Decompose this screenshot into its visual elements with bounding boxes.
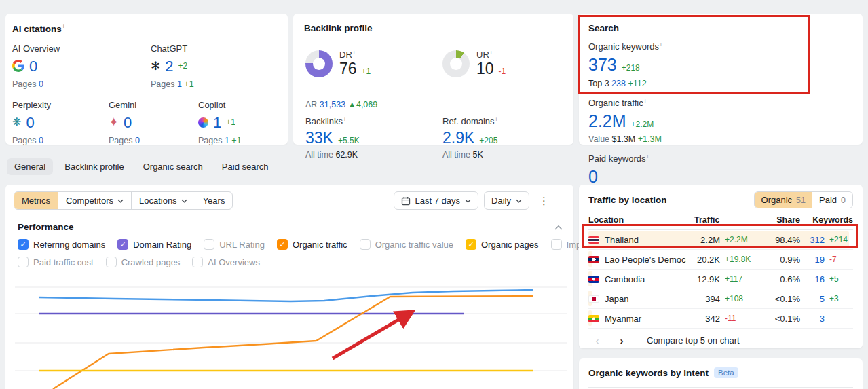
- ai-pages-value[interactable]: 0: [135, 136, 140, 145]
- performance-card: MetricsCompetitors Locations Years Last …: [5, 185, 573, 389]
- lao-people's-democratic-reput-flag-icon: [588, 256, 599, 263]
- metric-checkbox-url-rating[interactable]: URL Rating: [204, 239, 265, 250]
- share-value: <0.1%: [762, 294, 800, 304]
- location-column-header[interactable]: Location: [588, 215, 686, 225]
- keywords-delta: +5: [825, 274, 853, 284]
- ai-citation-item-ai-overview: AI Overview0Pages 0: [12, 43, 151, 89]
- value-label: Value: [588, 134, 609, 144]
- tab-general[interactable]: General: [7, 158, 53, 175]
- granularity-button[interactable]: Daily: [484, 191, 529, 210]
- previous-page-icon[interactable]: ‹: [588, 335, 606, 346]
- keywords-value[interactable]: 19: [800, 255, 825, 265]
- compare-top5-link[interactable]: Compare top 5 on chart: [647, 335, 740, 346]
- ai-citation-value[interactable]: 1: [213, 115, 221, 130]
- performance-line-chart[interactable]: [5, 268, 573, 389]
- search-title: Search: [588, 23, 619, 33]
- ar-value[interactable]: 31,533: [320, 100, 345, 109]
- chart-series-lines: [39, 290, 533, 389]
- backlink-profile-card: Backlink profile DR 76 +1 AR 31,533 ▲4,0…: [293, 14, 573, 145]
- ai-source-label: ChatGPT: [151, 43, 194, 54]
- location-name[interactable]: Myanmar: [605, 314, 641, 324]
- metric-checkbox-organic-traffic-value[interactable]: Organic traffic value: [360, 239, 453, 250]
- checkbox-icon: [106, 257, 117, 267]
- ur-label: UR: [476, 50, 506, 60]
- checkbox-icon: [18, 239, 29, 250]
- organic-keywords-delta: +218: [622, 63, 640, 73]
- traffic-value: 12.9K: [686, 274, 720, 284]
- ai-citation-value[interactable]: 0: [29, 58, 37, 74]
- checkbox-icon: [117, 239, 128, 250]
- metric-checkbox-domain-rating[interactable]: Domain Rating: [117, 239, 191, 250]
- chevron-down-icon: [181, 199, 187, 203]
- location-name[interactable]: Cambodia: [605, 274, 645, 284]
- location-table-body: Thailand2.2M+2.2M98.4%312+214Lao People'…: [588, 230, 853, 329]
- keywords-value[interactable]: 3: [800, 314, 825, 324]
- location-name[interactable]: Thailand: [605, 235, 639, 245]
- keywords-delta: +214: [825, 235, 853, 245]
- table-row-mm[interactable]: Myanmar342-11<0.1%3: [588, 309, 853, 329]
- ai-citations-card: AI citations AI Overview0Pages 0ChatGPT✻…: [5, 14, 288, 145]
- next-page-icon[interactable]: ›: [613, 335, 630, 346]
- share-value: 0.6%: [762, 274, 800, 284]
- top3-value[interactable]: 238: [611, 79, 626, 88]
- table-row-la[interactable]: Lao People's Democratic Reput20.2K+19.8K…: [588, 250, 853, 270]
- japan-flag-icon: [588, 295, 599, 303]
- ai-citations-row-2: Perplexity❋0Pages 0Gemini✦0Pages 0Copilo…: [12, 100, 277, 145]
- table-row-kh[interactable]: Cambodia12.9K+1170.6%16+5: [588, 270, 853, 289]
- location-pagination: ‹ › Compare top 5 on chart: [588, 329, 853, 352]
- location-name[interactable]: Japan: [605, 294, 628, 304]
- tab-organic-search[interactable]: Organic search: [136, 158, 210, 175]
- keywords-value[interactable]: 16: [800, 274, 825, 284]
- metric-checkbox-crawled-pages[interactable]: Crawled pages: [106, 257, 181, 267]
- ai-pages-value[interactable]: 0: [39, 136, 43, 145]
- traffic-delta: -11: [720, 314, 762, 324]
- traffic-by-location-card: Traffic by location Organic51Paid0 Locat…: [579, 185, 863, 348]
- ai-citation-value[interactable]: 0: [124, 115, 132, 130]
- report-tabs: GeneralBacklink profileOrganic searchPai…: [7, 158, 276, 175]
- keywords-delta: [825, 314, 853, 324]
- location-name[interactable]: Lao People's Democratic Reput: [605, 255, 686, 265]
- metric-checkbox-paid-traffic-cost[interactable]: Paid traffic cost: [18, 257, 94, 267]
- metric-checkbox-ai-overviews[interactable]: AI Overviews: [192, 257, 260, 267]
- ai-citation-value[interactable]: 2: [165, 58, 173, 74]
- filter-segment-metrics[interactable]: Metrics: [14, 192, 58, 209]
- metric-checkbox-organic-traffic[interactable]: Organic traffic: [277, 239, 347, 250]
- filter-segment-years[interactable]: Years: [195, 192, 233, 209]
- metric-checkbox-organic-pages[interactable]: Organic pages: [466, 239, 539, 250]
- tab-paid-search[interactable]: Paid search: [214, 158, 276, 175]
- keywords-value[interactable]: 5: [800, 294, 825, 304]
- toggle-paid[interactable]: Paid0: [812, 192, 852, 208]
- more-options-icon[interactable]: ⋮: [535, 195, 553, 207]
- ai-pages-value[interactable]: 1: [177, 79, 182, 89]
- dr-label: DR: [339, 50, 371, 60]
- organic-keywords-value[interactable]: 373: [588, 56, 617, 73]
- traffic-column-header[interactable]: Traffic: [686, 215, 762, 225]
- organic-traffic-value[interactable]: 2.2M: [588, 112, 626, 130]
- backlinks-value[interactable]: 33K: [305, 130, 333, 146]
- table-row-jp[interactable]: Japan394+108<0.1%5+3: [588, 289, 853, 309]
- metric-checkbox-referring-domains[interactable]: Referring domains: [18, 239, 105, 250]
- paid-keywords-value[interactable]: 0: [588, 168, 598, 185]
- ai-pages-value[interactable]: 0: [39, 79, 43, 89]
- ur-donut-chart: [442, 50, 470, 77]
- backlinks-alltime-value: 62.9K: [335, 150, 358, 160]
- filter-segment-competitors[interactable]: Competitors: [58, 192, 131, 209]
- tab-backlink-profile[interactable]: Backlink profile: [57, 158, 131, 175]
- share-column-header[interactable]: Share: [762, 215, 800, 225]
- organic-keywords-label: Organic keywords: [588, 41, 727, 52]
- share-value: 98.4%: [762, 235, 800, 245]
- collapse-chevron-up-icon[interactable]: [554, 225, 563, 230]
- ai-pages-value[interactable]: 1: [225, 136, 229, 145]
- keywords-delta: -7: [825, 255, 853, 265]
- filter-segment-locations[interactable]: Locations: [131, 192, 195, 209]
- keywords-value[interactable]: 312: [800, 235, 825, 245]
- table-row-th[interactable]: Thailand2.2M+2.2M98.4%312+214: [588, 230, 853, 250]
- ai-pages-row: Pages 0: [12, 79, 151, 89]
- keywords-column-header[interactable]: Keywords: [800, 215, 853, 225]
- beta-badge: Beta: [714, 367, 738, 378]
- value-amount: $1.3M: [612, 134, 636, 144]
- ref-domains-value[interactable]: 2.9K: [442, 130, 474, 146]
- date-range-button[interactable]: Last 7 days: [394, 191, 479, 210]
- toggle-organic[interactable]: Organic51: [755, 192, 812, 208]
- ai-citation-value[interactable]: 0: [26, 115, 34, 130]
